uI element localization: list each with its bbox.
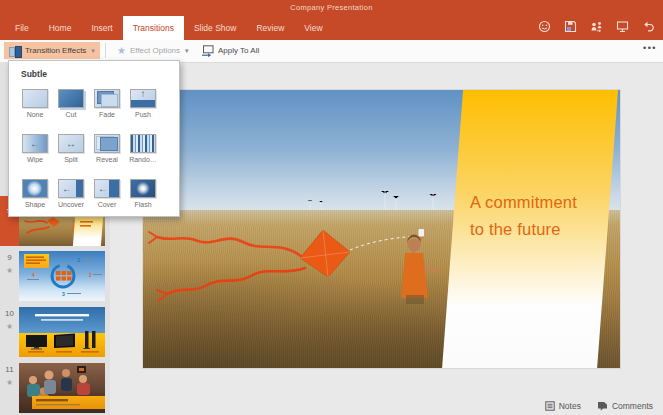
undo-icon[interactable]	[642, 20, 655, 33]
titlebar-icons	[538, 20, 655, 33]
ribbon-tabs: File Home Insert Transitions Slide Show …	[5, 16, 333, 40]
split-transition-icon: ↔	[58, 134, 84, 153]
transition-effects-label: Transition Effects	[25, 46, 86, 55]
comments-icon	[597, 401, 608, 411]
tab-insert[interactable]: Insert	[81, 16, 122, 40]
titlebar: Company Presentation File Home Insert Tr…	[0, 0, 663, 40]
transition-star-icon: ★	[0, 267, 19, 275]
save-icon[interactable]	[564, 20, 577, 33]
transition-option-cover[interactable]: ← Cover	[89, 179, 125, 208]
transition-option-split[interactable]: ↔ Split	[53, 134, 89, 163]
transition-star-icon: ★	[0, 379, 19, 387]
powerpoint-app: Company Presentation File Home Insert Tr…	[0, 0, 663, 415]
tab-transitions[interactable]: Transitions	[123, 16, 184, 40]
flash-transition-icon	[130, 179, 156, 198]
notes-button[interactable]: Notes	[545, 401, 581, 411]
toolbar-divider	[105, 43, 106, 58]
slide-number: 9	[0, 253, 19, 263]
share-icon[interactable]	[590, 20, 603, 33]
apply-to-all-label: Apply To All	[218, 46, 259, 55]
transition-option-none[interactable]: None	[17, 89, 53, 118]
slide-number: 10	[0, 309, 19, 319]
star-icon: ★	[117, 46, 126, 56]
svg-text:4: 4	[32, 272, 35, 278]
svg-text:2: 2	[89, 272, 92, 278]
slide-canvas[interactable]: A commitment to the future	[143, 90, 620, 368]
push-transition-icon: ↑	[130, 89, 156, 108]
products-slide-thumbnail[interactable]	[19, 307, 105, 357]
svg-text:3: 3	[62, 291, 65, 297]
transition-option-push[interactable]: ↑ Push	[125, 89, 161, 118]
fade-transition-icon	[94, 89, 120, 108]
comments-label: Comments	[612, 401, 653, 411]
transition-effects-button[interactable]: Transition Effects ▾	[4, 42, 100, 59]
notes-icon	[545, 401, 555, 411]
cut-transition-icon	[58, 89, 84, 108]
notes-label: Notes	[559, 401, 581, 411]
transition-effects-icon	[9, 46, 21, 56]
slide-title-line2: to the future	[470, 216, 577, 243]
family-slide-thumbnail[interactable]	[19, 363, 105, 413]
slide-item-11[interactable]: 11 ★	[0, 363, 110, 413]
random-bars-transition-icon	[130, 134, 156, 153]
transition-option-shape[interactable]: Shape	[17, 179, 53, 208]
dropdown-caret-icon: ▾	[185, 47, 189, 55]
apply-to-all-icon	[201, 45, 214, 57]
transitions-grid: None Cut Fade ↑ Push ← Wipe	[17, 89, 161, 224]
dropdown-caret-icon: ▾	[91, 47, 95, 55]
tab-slide-show[interactable]: Slide Show	[184, 16, 247, 40]
slide-number: 11	[0, 365, 19, 375]
slide-title-line1: A commitment	[470, 189, 577, 216]
effect-options-label: Effect Options	[130, 46, 180, 55]
uncover-transition-icon: ←	[58, 179, 84, 198]
transition-option-random-bars[interactable]: Rando…	[125, 134, 161, 163]
transition-option-wipe[interactable]: ← Wipe	[17, 134, 53, 163]
present-icon[interactable]	[616, 20, 629, 33]
tab-home[interactable]: Home	[39, 16, 82, 40]
slide-gutter: 11 ★	[0, 363, 19, 413]
transition-option-cut[interactable]: Cut	[53, 89, 89, 118]
slide-title-text[interactable]: A commitment to the future	[470, 189, 577, 243]
wipe-transition-icon: ←	[22, 134, 48, 153]
apply-to-all-button[interactable]: Apply To All	[196, 42, 264, 59]
effect-options-button[interactable]: ★ Effect Options ▾	[112, 42, 194, 59]
smiley-feedback-icon[interactable]	[538, 20, 551, 33]
window-title: Company Presentation	[0, 3, 663, 12]
shape-transition-icon	[22, 179, 48, 198]
transition-option-fade[interactable]: Fade	[89, 89, 125, 118]
cover-transition-icon: ←	[94, 179, 120, 198]
slide-gutter: 10 ★	[0, 307, 19, 357]
transition-group-title: Subtle	[21, 69, 47, 79]
transition-option-reveal[interactable]: Reveal	[89, 134, 125, 163]
tab-review[interactable]: Review	[246, 16, 294, 40]
slide-item-9[interactable]: 9 ★	[0, 251, 110, 301]
transition-option-flash[interactable]: Flash	[125, 179, 161, 208]
slide-gutter: 9 ★	[0, 251, 19, 301]
tab-view[interactable]: View	[294, 16, 332, 40]
slide-item-10[interactable]: 10 ★	[0, 307, 110, 357]
transition-option-uncover[interactable]: ← Uncover	[53, 179, 89, 208]
none-transition-icon	[22, 89, 48, 108]
toolbar-overflow-button[interactable]: •••	[643, 43, 657, 53]
infographic-slide-thumbnail[interactable]: 1 2 3 4	[19, 251, 105, 301]
tab-file[interactable]: File	[5, 16, 39, 40]
status-bar: Notes Comments	[545, 401, 653, 411]
transitions-dropdown-panel: Subtle None Cut Fade ↑ Push	[8, 60, 180, 217]
transition-star-icon: ★	[0, 323, 19, 331]
reveal-transition-icon	[94, 134, 120, 153]
comments-button[interactable]: Comments	[597, 401, 653, 411]
